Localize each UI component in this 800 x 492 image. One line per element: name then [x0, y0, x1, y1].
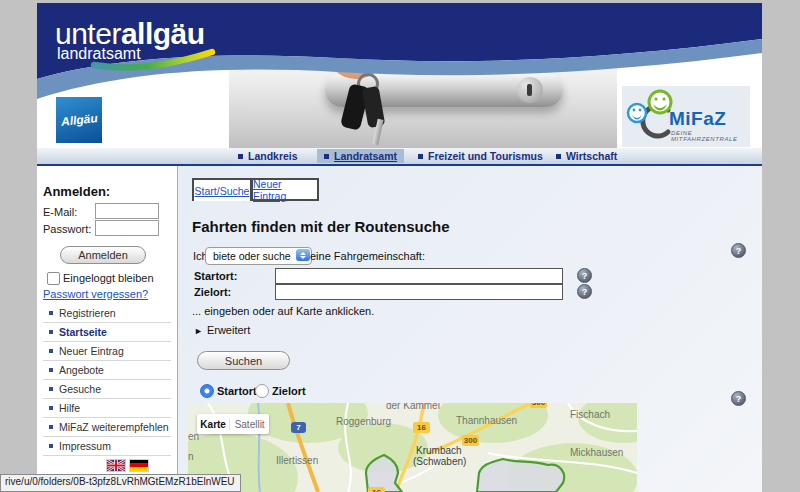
nav-item-wirtschaft[interactable]: Wirtschaft	[556, 150, 617, 162]
language-flag-german[interactable]	[130, 460, 148, 471]
password-label: Passwort:	[43, 223, 91, 235]
banner-photo-car-keys	[229, 47, 617, 148]
triangle-right-icon: ►	[194, 326, 203, 336]
allgaeu-logo-badge[interactable]: Allgäu	[56, 97, 102, 143]
map-label: der Kammel	[386, 403, 440, 411]
menu-label: Startseite	[59, 326, 107, 338]
login-button[interactable]: Anmelden	[60, 246, 146, 264]
tab-neuer-eintrag[interactable]: Neuer Eintrag	[251, 178, 319, 201]
map-type-karte-button[interactable]: Karte	[197, 419, 229, 430]
nav-bullet-icon	[556, 154, 561, 159]
sidebar-item-weiterempfehlen[interactable]: MiFaZ weiterempfehlen	[43, 417, 171, 437]
car-lock	[517, 77, 543, 103]
ride-type-select[interactable]: biete oder suche	[205, 247, 312, 265]
menu-bullet-icon	[49, 330, 53, 334]
nav-bullet-icon	[324, 154, 329, 159]
destination-input[interactable]	[275, 284, 563, 300]
nav-label: Freizeit und Tourismus	[428, 150, 543, 162]
browser-status-bar: rive/u/0/folders/0B-t3pfz8LvRhMGtEMzR1bE…	[0, 474, 241, 492]
menu-label: Impressum	[59, 440, 111, 452]
road-badge: 16	[413, 422, 430, 433]
tab-label: Start/Suche	[195, 185, 250, 197]
map-hint-text: ... eingeben oder auf Karte anklicken.	[192, 305, 374, 317]
menu-bullet-icon	[49, 311, 53, 315]
radio-startort[interactable]	[200, 384, 214, 398]
language-flag-english[interactable]	[107, 460, 125, 471]
tab-label: Neuer Eintrag	[253, 178, 317, 202]
nav-bullet-icon	[238, 154, 243, 159]
menu-label: Registrieren	[59, 307, 116, 319]
page-container: unterallgäu landratsamt Allgäu MiFaZ DE	[37, 3, 762, 492]
mifaz-logo-text: MiFaZ	[669, 108, 726, 130]
map-label: Krumbach	[416, 445, 462, 456]
sentence-suffix: eine Fahrgemeinschaft:	[310, 250, 425, 262]
mifaz-logo-tagline: DEINE MITFAHRZENTRALE	[671, 130, 750, 142]
email-field[interactable]	[95, 203, 159, 219]
map-label: Illertissen	[276, 455, 318, 466]
ride-type-selected-value: biete oder suche	[213, 250, 291, 262]
start-label: Startort:	[194, 270, 237, 282]
menu-bullet-icon	[49, 406, 53, 410]
advanced-toggle[interactable]: ►Erweitert	[194, 324, 250, 336]
road-badge: 300	[462, 435, 479, 446]
password-field[interactable]	[95, 220, 159, 236]
sidebar-item-registrieren[interactable]: Registrieren	[43, 303, 171, 323]
forgot-password-link[interactable]: Passwort vergessen?	[43, 288, 148, 300]
mifaz-logo[interactable]: MiFaZ DEINE MITFAHRZENTRALE	[622, 86, 750, 147]
map-label: n	[188, 451, 194, 462]
map-label: (Schwaben)	[413, 456, 466, 467]
tab-start-suche[interactable]: Start/Suche	[192, 178, 252, 201]
map-label: Mickhausen	[570, 447, 623, 458]
nav-item-landratsamt[interactable]: Landratsamt	[317, 149, 404, 163]
menu-label: Angebote	[59, 364, 104, 376]
stay-logged-in-checkbox[interactable]	[47, 272, 60, 285]
select-arrows-icon	[296, 249, 310, 261]
radio-startort-label: Startort	[217, 385, 257, 397]
start-input[interactable]	[275, 268, 563, 284]
keyhole	[527, 84, 532, 96]
nav-label: Landratsamt	[334, 150, 397, 162]
road-badge: 300	[530, 403, 547, 408]
logo-swoosh-graphic	[90, 48, 218, 72]
menu-bullet-icon	[49, 349, 53, 353]
menu-label: Gesuche	[59, 383, 101, 395]
help-icon[interactable]: ?	[731, 391, 746, 406]
sidebar-item-neuer-eintrag[interactable]: Neuer Eintrag	[43, 341, 171, 361]
help-icon[interactable]: ?	[577, 268, 592, 283]
nav-label: Wirtschaft	[566, 150, 617, 162]
menu-label: Neuer Eintrag	[59, 345, 124, 357]
radio-zielort[interactable]	[255, 384, 269, 398]
road-badge: 16	[368, 487, 385, 492]
motorway-badge: 7	[291, 422, 306, 433]
sidebar-item-hilfe[interactable]: Hilfe	[43, 398, 171, 418]
destination-label: Zielort:	[194, 286, 231, 298]
map-type-control: Karte Satellit	[197, 414, 269, 434]
nav-item-freizeit[interactable]: Freizeit und Tourismus	[418, 150, 543, 162]
login-heading: Anmelden:	[43, 184, 110, 199]
sidebar-item-angebote[interactable]: Angebote	[43, 360, 171, 380]
advanced-label: Erweitert	[207, 324, 250, 336]
email-label: E-Mail:	[43, 206, 77, 218]
sidebar-item-impressum[interactable]: Impressum	[43, 436, 171, 456]
menu-bullet-icon	[49, 444, 53, 448]
stay-logged-in-label: Eingeloggt bleiben	[63, 272, 154, 284]
menu-label: MiFaZ weiterempfehlen	[59, 421, 169, 433]
map-type-satellit-button[interactable]: Satellit	[229, 419, 269, 430]
help-icon[interactable]: ?	[731, 243, 746, 258]
nav-item-landkreis[interactable]: Landkreis	[238, 150, 298, 162]
map-label: Fischach	[570, 409, 610, 420]
menu-label: Hilfe	[59, 402, 80, 414]
menu-bullet-icon	[49, 368, 53, 372]
nav-label: Landkreis	[248, 150, 298, 162]
sidebar-item-startseite[interactable]: Startseite	[43, 322, 171, 342]
search-button[interactable]: Suchen	[197, 351, 290, 370]
page-title: Fahrten finden mit der Routensuche	[192, 218, 450, 235]
map-canvas[interactable]: der Kammel Roggenburg Thannhausen Fischa…	[188, 403, 637, 492]
help-icon[interactable]: ?	[577, 284, 592, 299]
allgaeu-logo-text: Allgäu	[60, 111, 98, 129]
map-label: Thannhausen	[456, 415, 517, 426]
map-label: Roggenburg	[336, 416, 391, 427]
sidebar-item-gesuche[interactable]: Gesuche	[43, 379, 171, 399]
menu-bullet-icon	[49, 425, 53, 429]
menu-bullet-icon	[49, 387, 53, 391]
